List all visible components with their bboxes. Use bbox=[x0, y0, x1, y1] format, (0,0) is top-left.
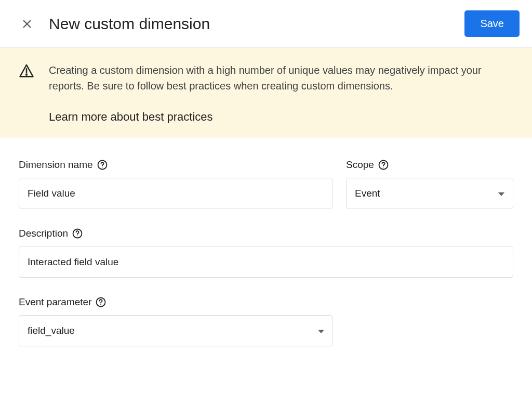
label-row: Description bbox=[19, 228, 513, 239]
label-row: Event parameter bbox=[19, 296, 333, 308]
help-icon[interactable] bbox=[72, 228, 83, 239]
event-parameter-group: Event parameter field_value bbox=[19, 296, 333, 346]
warning-icon bbox=[19, 63, 34, 80]
event-parameter-select[interactable]: field_value bbox=[19, 315, 333, 346]
dimension-name-label: Dimension name bbox=[19, 159, 93, 171]
svg-point-5 bbox=[102, 167, 102, 167]
close-icon[interactable] bbox=[21, 18, 33, 30]
svg-point-9 bbox=[77, 236, 77, 236]
dialog-header: New custom dimension Save bbox=[0, 0, 532, 48]
dimension-name-input[interactable] bbox=[19, 178, 332, 209]
form-row-1: Dimension name Scope bbox=[19, 159, 513, 209]
help-icon[interactable] bbox=[96, 297, 106, 307]
event-parameter-value: field_value bbox=[28, 325, 75, 336]
dimension-name-group: Dimension name bbox=[19, 159, 332, 209]
header-left: New custom dimension bbox=[21, 15, 210, 33]
chevron-down-icon bbox=[318, 325, 324, 336]
help-icon[interactable] bbox=[97, 160, 108, 170]
form-container: Dimension name Scope bbox=[0, 138, 532, 386]
svg-point-11 bbox=[101, 304, 101, 305]
description-input[interactable] bbox=[19, 247, 513, 278]
scope-label: Scope bbox=[346, 159, 374, 171]
help-icon[interactable] bbox=[378, 160, 389, 170]
chevron-down-icon bbox=[498, 188, 504, 199]
form-row-2: Description bbox=[19, 228, 513, 278]
warning-banner: Creating a custom dimension with a high … bbox=[0, 48, 532, 138]
svg-point-7 bbox=[383, 167, 383, 167]
label-row: Scope bbox=[346, 159, 513, 171]
form-row-3: Event parameter field_value bbox=[19, 296, 513, 346]
scope-value: Event bbox=[355, 188, 380, 199]
event-parameter-label: Event parameter bbox=[19, 296, 91, 308]
dialog-title: New custom dimension bbox=[49, 15, 210, 33]
scope-select[interactable]: Event bbox=[346, 178, 513, 209]
banner-text: Creating a custom dimension with a high … bbox=[49, 62, 490, 94]
description-label: Description bbox=[19, 228, 68, 239]
learn-more-link[interactable]: Learn more about best practices bbox=[49, 110, 513, 124]
description-group: Description bbox=[19, 228, 513, 278]
svg-point-3 bbox=[26, 74, 27, 75]
scope-group: Scope Event bbox=[346, 159, 513, 209]
banner-content: Creating a custom dimension with a high … bbox=[49, 62, 513, 124]
save-button[interactable]: Save bbox=[464, 10, 520, 37]
label-row: Dimension name bbox=[19, 159, 332, 171]
